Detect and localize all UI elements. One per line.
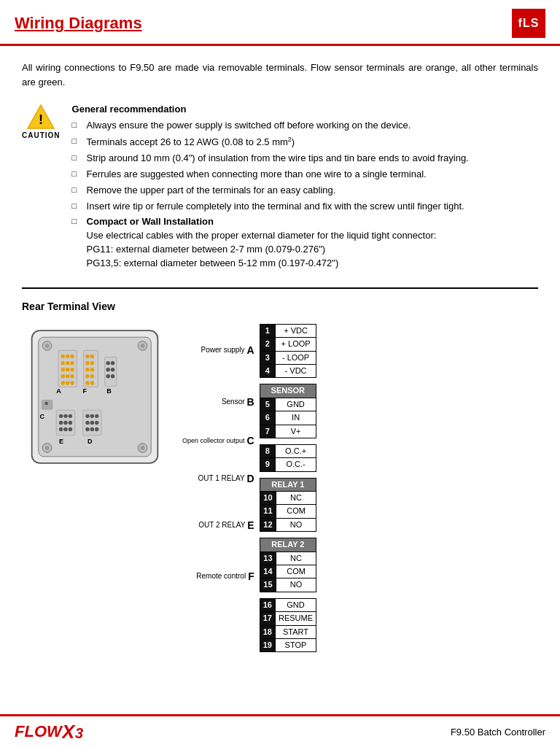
svg-point-32 <box>85 361 89 365</box>
device-drawing: A F <box>22 324 168 472</box>
label-remote: Remote control F <box>182 550 257 603</box>
svg-text:B: B <box>106 387 112 395</box>
header: Wiring Diagrams fLS <box>0 0 560 46</box>
svg-point-18 <box>70 361 74 365</box>
page-title: Wiring Diagrams <box>15 14 142 33</box>
svg-point-71 <box>90 427 94 431</box>
caution-triangle-icon: ! <box>26 104 55 130</box>
footer-flow-text: FLOW <box>15 722 62 741</box>
svg-point-46 <box>106 374 109 378</box>
divider <box>22 287 538 289</box>
svg-point-43 <box>111 361 114 365</box>
svg-point-9 <box>45 446 49 449</box>
svg-point-47 <box>111 374 114 378</box>
svg-point-59 <box>59 427 63 431</box>
svg-point-34 <box>85 368 89 371</box>
terminal-group-c: 8O.C.+ 9O.C.- <box>260 444 316 472</box>
terminal-group-a: 1+ VDC 2+ LOOP 3- LOOP 4- VDC <box>260 324 316 379</box>
svg-text:F: F <box>83 387 88 395</box>
svg-point-58 <box>69 420 72 424</box>
svg-point-23 <box>66 374 69 378</box>
list-item: Insert wire tip or ferrule completely in… <box>72 200 538 214</box>
svg-point-11 <box>141 446 144 449</box>
svg-point-66 <box>95 414 98 417</box>
svg-point-60 <box>63 427 67 431</box>
svg-point-17 <box>66 361 69 365</box>
label-oc: Open collector output C <box>182 427 257 454</box>
logo-text: fLS <box>518 17 540 30</box>
svg-rect-41 <box>105 357 117 386</box>
label-relay1: OUT 1 RELAY D <box>182 457 257 500</box>
list-item: Compact or Wall Installation Use electri… <box>72 215 538 270</box>
caution-icon-block: ! CAUTION <box>22 104 61 139</box>
svg-text:D: D <box>88 437 93 444</box>
svg-point-42 <box>106 361 109 365</box>
caution-title: General recommendation <box>72 104 538 115</box>
svg-point-22 <box>61 374 65 378</box>
svg-text:X: X <box>62 722 76 741</box>
svg-point-19 <box>61 368 65 371</box>
x3-icon: X 3 <box>62 722 85 741</box>
svg-point-13 <box>61 355 65 358</box>
svg-point-55 <box>69 414 72 417</box>
svg-point-54 <box>63 414 67 417</box>
label-power-supply: Power supply A <box>182 324 257 376</box>
terminal-group-b: SENSOR 5GND 6IN 7V+ <box>260 384 316 438</box>
svg-point-61 <box>69 427 72 431</box>
svg-point-56 <box>59 420 63 424</box>
label-relay2: OUT 2 RELAY E <box>182 503 257 547</box>
svg-point-57 <box>63 420 67 424</box>
list-item: Terminals accept 26 to 12 AWG (0.08 to 2… <box>72 135 538 150</box>
svg-text:!: ! <box>39 112 43 127</box>
svg-point-15 <box>70 355 74 358</box>
footer-model: F9.50 Batch Controller <box>451 727 545 738</box>
list-item: Ferrules are suggested when connecting m… <box>72 168 538 182</box>
svg-point-20 <box>66 368 69 371</box>
svg-point-35 <box>90 368 94 371</box>
footer: FLOW X 3 F9.50 Batch Controller <box>0 714 560 747</box>
list-item: Remove the upper part of the terminals f… <box>72 184 538 198</box>
diagram-area: A F <box>22 324 538 656</box>
svg-point-68 <box>90 420 94 424</box>
svg-text:C: C <box>40 413 45 420</box>
svg-point-21 <box>70 368 74 371</box>
svg-point-14 <box>66 355 69 358</box>
svg-point-69 <box>95 420 98 424</box>
terminal-group-e: RELAY 2 13NC 14COM 15NO <box>260 538 316 592</box>
svg-point-26 <box>66 381 69 384</box>
caution-list: Always ensure the power supply is switch… <box>72 119 538 271</box>
svg-point-45 <box>111 368 114 371</box>
svg-point-53 <box>59 414 63 417</box>
svg-point-65 <box>90 414 94 417</box>
main-content: All wiring connections to F9.50 are made… <box>0 46 560 714</box>
svg-text:A: A <box>56 387 61 395</box>
svg-point-39 <box>90 381 94 384</box>
device-svg: A F <box>22 324 168 470</box>
svg-point-64 <box>85 414 89 417</box>
svg-text:3: 3 <box>75 725 83 741</box>
svg-point-50 <box>44 402 48 406</box>
svg-point-27 <box>70 381 74 384</box>
svg-point-31 <box>90 355 94 358</box>
svg-point-33 <box>90 361 94 365</box>
footer-logo: FLOW X 3 <box>15 722 85 741</box>
svg-point-24 <box>70 374 74 378</box>
svg-point-25 <box>61 381 65 384</box>
svg-point-70 <box>85 427 89 431</box>
svg-point-36 <box>85 374 89 378</box>
label-sensor: Sensor B <box>182 379 257 425</box>
intro-text: All wiring connections to F9.50 are made… <box>22 61 538 89</box>
svg-point-5 <box>45 344 49 347</box>
terminals-wrapper: Power supply A Sensor B Open collector o… <box>182 324 316 656</box>
svg-point-38 <box>85 381 89 384</box>
labels-column: Power supply A Sensor B Open collector o… <box>182 324 257 603</box>
svg-point-37 <box>90 374 94 378</box>
svg-point-44 <box>106 368 109 371</box>
svg-text:E: E <box>59 437 63 444</box>
list-item: Always ensure the power supply is switch… <box>72 119 538 133</box>
caution-content: General recommendation Always ensure the… <box>72 104 538 273</box>
terminals-column: 1+ VDC 2+ LOOP 3- LOOP 4- VDC SENSOR 5GN… <box>260 324 316 656</box>
list-item: Strip around 10 mm (0.4") of insulation … <box>72 152 538 166</box>
caution-label: CAUTION <box>22 131 61 139</box>
svg-point-16 <box>61 361 65 365</box>
